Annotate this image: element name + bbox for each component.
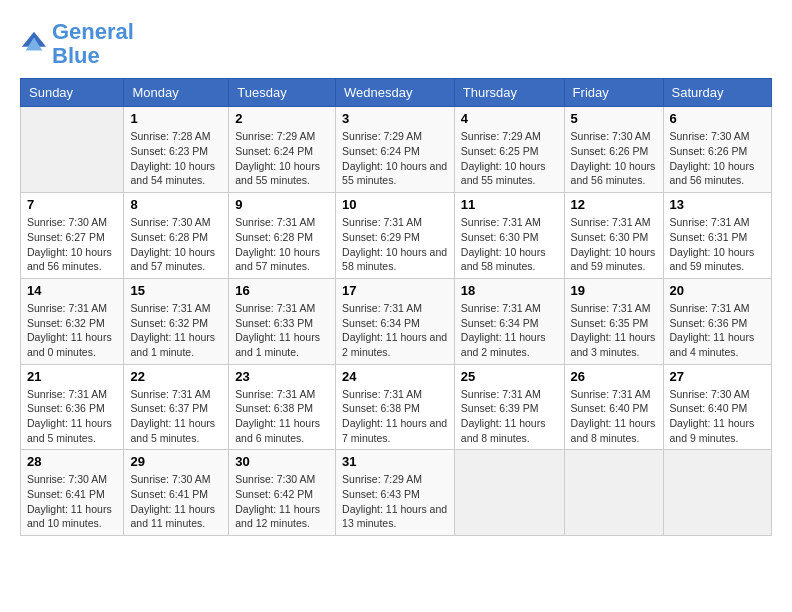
day-number: 25 xyxy=(461,369,558,384)
day-info: Sunrise: 7:31 AMSunset: 6:38 PMDaylight:… xyxy=(342,387,448,446)
col-header-monday: Monday xyxy=(124,79,229,107)
day-info: Sunrise: 7:31 AMSunset: 6:38 PMDaylight:… xyxy=(235,387,329,446)
day-number: 21 xyxy=(27,369,117,384)
day-info: Sunrise: 7:30 AMSunset: 6:41 PMDaylight:… xyxy=(130,472,222,531)
day-info: Sunrise: 7:31 AMSunset: 6:30 PMDaylight:… xyxy=(571,215,657,274)
logo: General Blue xyxy=(20,20,134,68)
calendar-cell: 15Sunrise: 7:31 AMSunset: 6:32 PMDayligh… xyxy=(124,278,229,364)
calendar-cell: 21Sunrise: 7:31 AMSunset: 6:36 PMDayligh… xyxy=(21,364,124,450)
day-number: 30 xyxy=(235,454,329,469)
calendar-week-row: 7Sunrise: 7:30 AMSunset: 6:27 PMDaylight… xyxy=(21,193,772,279)
calendar-cell: 8Sunrise: 7:30 AMSunset: 6:28 PMDaylight… xyxy=(124,193,229,279)
day-info: Sunrise: 7:29 AMSunset: 6:24 PMDaylight:… xyxy=(342,129,448,188)
day-number: 23 xyxy=(235,369,329,384)
col-header-tuesday: Tuesday xyxy=(229,79,336,107)
calendar-week-row: 21Sunrise: 7:31 AMSunset: 6:36 PMDayligh… xyxy=(21,364,772,450)
calendar-cell: 23Sunrise: 7:31 AMSunset: 6:38 PMDayligh… xyxy=(229,364,336,450)
logo-icon xyxy=(20,30,48,58)
calendar-header-row: SundayMondayTuesdayWednesdayThursdayFrid… xyxy=(21,79,772,107)
day-info: Sunrise: 7:30 AMSunset: 6:40 PMDaylight:… xyxy=(670,387,765,446)
calendar-week-row: 28Sunrise: 7:30 AMSunset: 6:41 PMDayligh… xyxy=(21,450,772,536)
day-number: 11 xyxy=(461,197,558,212)
day-number: 29 xyxy=(130,454,222,469)
day-number: 7 xyxy=(27,197,117,212)
calendar-cell: 2Sunrise: 7:29 AMSunset: 6:24 PMDaylight… xyxy=(229,107,336,193)
calendar-cell: 16Sunrise: 7:31 AMSunset: 6:33 PMDayligh… xyxy=(229,278,336,364)
day-number: 24 xyxy=(342,369,448,384)
calendar-cell: 14Sunrise: 7:31 AMSunset: 6:32 PMDayligh… xyxy=(21,278,124,364)
calendar-cell: 18Sunrise: 7:31 AMSunset: 6:34 PMDayligh… xyxy=(454,278,564,364)
day-info: Sunrise: 7:28 AMSunset: 6:23 PMDaylight:… xyxy=(130,129,222,188)
day-info: Sunrise: 7:30 AMSunset: 6:26 PMDaylight:… xyxy=(571,129,657,188)
day-number: 18 xyxy=(461,283,558,298)
day-info: Sunrise: 7:30 AMSunset: 6:27 PMDaylight:… xyxy=(27,215,117,274)
day-info: Sunrise: 7:30 AMSunset: 6:41 PMDaylight:… xyxy=(27,472,117,531)
calendar-cell: 20Sunrise: 7:31 AMSunset: 6:36 PMDayligh… xyxy=(663,278,771,364)
day-info: Sunrise: 7:31 AMSunset: 6:32 PMDaylight:… xyxy=(130,301,222,360)
day-info: Sunrise: 7:30 AMSunset: 6:42 PMDaylight:… xyxy=(235,472,329,531)
calendar-cell: 10Sunrise: 7:31 AMSunset: 6:29 PMDayligh… xyxy=(336,193,455,279)
page-header: General Blue xyxy=(20,20,772,68)
day-number: 28 xyxy=(27,454,117,469)
day-number: 5 xyxy=(571,111,657,126)
day-number: 1 xyxy=(130,111,222,126)
day-number: 22 xyxy=(130,369,222,384)
day-number: 12 xyxy=(571,197,657,212)
calendar-cell: 26Sunrise: 7:31 AMSunset: 6:40 PMDayligh… xyxy=(564,364,663,450)
day-info: Sunrise: 7:30 AMSunset: 6:28 PMDaylight:… xyxy=(130,215,222,274)
calendar-cell: 24Sunrise: 7:31 AMSunset: 6:38 PMDayligh… xyxy=(336,364,455,450)
day-number: 16 xyxy=(235,283,329,298)
calendar-cell: 30Sunrise: 7:30 AMSunset: 6:42 PMDayligh… xyxy=(229,450,336,536)
day-info: Sunrise: 7:31 AMSunset: 6:30 PMDaylight:… xyxy=(461,215,558,274)
day-info: Sunrise: 7:31 AMSunset: 6:34 PMDaylight:… xyxy=(461,301,558,360)
day-number: 10 xyxy=(342,197,448,212)
calendar-cell: 29Sunrise: 7:30 AMSunset: 6:41 PMDayligh… xyxy=(124,450,229,536)
calendar-cell xyxy=(663,450,771,536)
logo-text: General Blue xyxy=(52,20,134,68)
day-info: Sunrise: 7:31 AMSunset: 6:39 PMDaylight:… xyxy=(461,387,558,446)
calendar-week-row: 14Sunrise: 7:31 AMSunset: 6:32 PMDayligh… xyxy=(21,278,772,364)
calendar-cell: 27Sunrise: 7:30 AMSunset: 6:40 PMDayligh… xyxy=(663,364,771,450)
day-number: 3 xyxy=(342,111,448,126)
calendar-cell: 1Sunrise: 7:28 AMSunset: 6:23 PMDaylight… xyxy=(124,107,229,193)
day-number: 4 xyxy=(461,111,558,126)
calendar-week-row: 1Sunrise: 7:28 AMSunset: 6:23 PMDaylight… xyxy=(21,107,772,193)
calendar-cell: 7Sunrise: 7:30 AMSunset: 6:27 PMDaylight… xyxy=(21,193,124,279)
day-info: Sunrise: 7:29 AMSunset: 6:25 PMDaylight:… xyxy=(461,129,558,188)
calendar-cell: 11Sunrise: 7:31 AMSunset: 6:30 PMDayligh… xyxy=(454,193,564,279)
calendar-body: 1Sunrise: 7:28 AMSunset: 6:23 PMDaylight… xyxy=(21,107,772,536)
calendar-cell xyxy=(21,107,124,193)
day-number: 19 xyxy=(571,283,657,298)
day-number: 31 xyxy=(342,454,448,469)
calendar-cell xyxy=(564,450,663,536)
col-header-wednesday: Wednesday xyxy=(336,79,455,107)
day-info: Sunrise: 7:31 AMSunset: 6:37 PMDaylight:… xyxy=(130,387,222,446)
day-info: Sunrise: 7:31 AMSunset: 6:36 PMDaylight:… xyxy=(670,301,765,360)
day-info: Sunrise: 7:29 AMSunset: 6:24 PMDaylight:… xyxy=(235,129,329,188)
day-number: 26 xyxy=(571,369,657,384)
calendar-cell: 22Sunrise: 7:31 AMSunset: 6:37 PMDayligh… xyxy=(124,364,229,450)
day-number: 14 xyxy=(27,283,117,298)
calendar-cell: 17Sunrise: 7:31 AMSunset: 6:34 PMDayligh… xyxy=(336,278,455,364)
calendar-cell: 4Sunrise: 7:29 AMSunset: 6:25 PMDaylight… xyxy=(454,107,564,193)
calendar-cell xyxy=(454,450,564,536)
day-number: 8 xyxy=(130,197,222,212)
calendar-cell: 3Sunrise: 7:29 AMSunset: 6:24 PMDaylight… xyxy=(336,107,455,193)
calendar-cell: 28Sunrise: 7:30 AMSunset: 6:41 PMDayligh… xyxy=(21,450,124,536)
calendar-cell: 31Sunrise: 7:29 AMSunset: 6:43 PMDayligh… xyxy=(336,450,455,536)
day-number: 20 xyxy=(670,283,765,298)
day-info: Sunrise: 7:31 AMSunset: 6:31 PMDaylight:… xyxy=(670,215,765,274)
day-info: Sunrise: 7:31 AMSunset: 6:29 PMDaylight:… xyxy=(342,215,448,274)
day-info: Sunrise: 7:29 AMSunset: 6:43 PMDaylight:… xyxy=(342,472,448,531)
day-number: 9 xyxy=(235,197,329,212)
day-number: 17 xyxy=(342,283,448,298)
day-info: Sunrise: 7:31 AMSunset: 6:36 PMDaylight:… xyxy=(27,387,117,446)
calendar-cell: 13Sunrise: 7:31 AMSunset: 6:31 PMDayligh… xyxy=(663,193,771,279)
day-info: Sunrise: 7:31 AMSunset: 6:28 PMDaylight:… xyxy=(235,215,329,274)
calendar-cell: 12Sunrise: 7:31 AMSunset: 6:30 PMDayligh… xyxy=(564,193,663,279)
col-header-sunday: Sunday xyxy=(21,79,124,107)
day-info: Sunrise: 7:31 AMSunset: 6:34 PMDaylight:… xyxy=(342,301,448,360)
col-header-saturday: Saturday xyxy=(663,79,771,107)
day-info: Sunrise: 7:31 AMSunset: 6:35 PMDaylight:… xyxy=(571,301,657,360)
calendar-cell: 6Sunrise: 7:30 AMSunset: 6:26 PMDaylight… xyxy=(663,107,771,193)
